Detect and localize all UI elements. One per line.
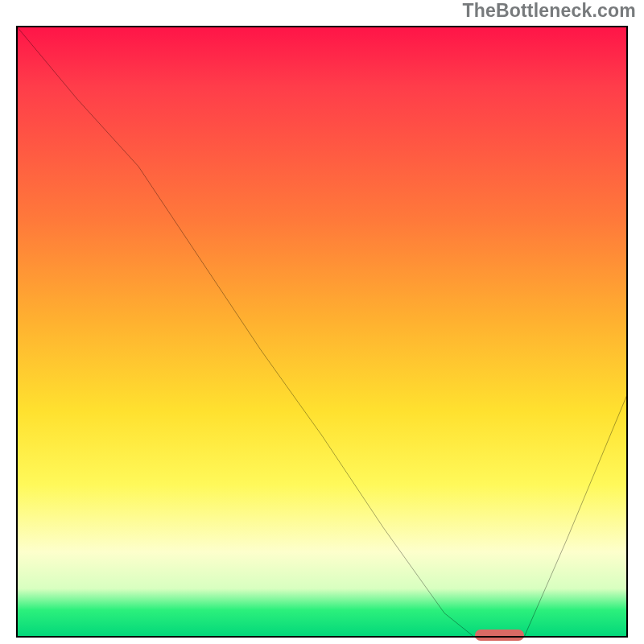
optimal-range-marker [475,630,524,641]
bottleneck-curve-svg [16,26,628,638]
plot-area [16,26,628,638]
bottleneck-curve-line [16,26,628,638]
attribution-text: TheBottleneck.com [462,0,636,22]
